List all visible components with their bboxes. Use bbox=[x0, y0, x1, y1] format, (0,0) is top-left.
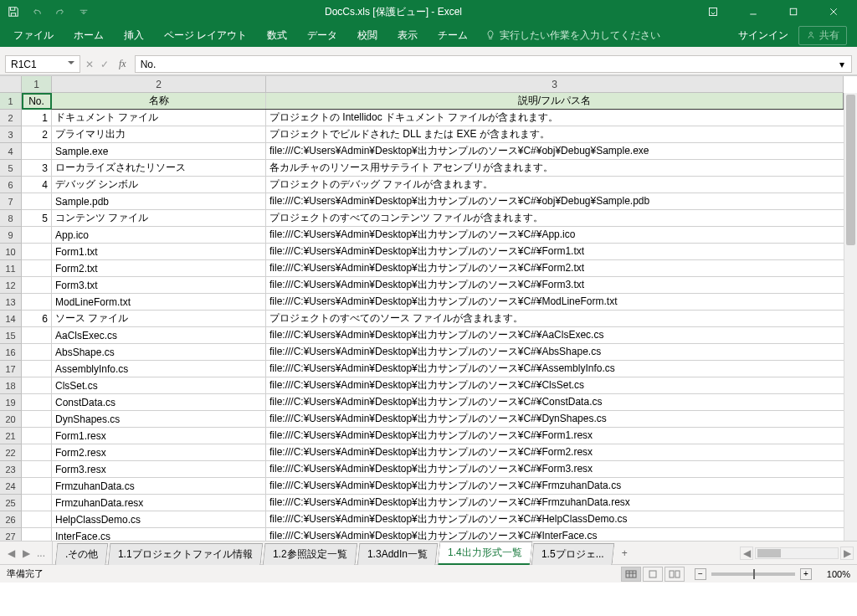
ribbon-tab[interactable]: 表示 bbox=[387, 23, 428, 47]
sheet-overflow[interactable]: ... bbox=[35, 547, 47, 559]
signin-link[interactable]: サインイン bbox=[738, 28, 788, 43]
cell[interactable] bbox=[22, 227, 52, 243]
hscroll-left-icon[interactable]: ◀ bbox=[740, 547, 753, 560]
cell[interactable] bbox=[22, 193, 52, 209]
ribbon-tab[interactable]: 挿入 bbox=[114, 23, 154, 47]
scrollbar-thumb[interactable] bbox=[846, 95, 855, 245]
row-header[interactable]: 4 bbox=[0, 143, 22, 160]
cell[interactable] bbox=[22, 461, 52, 477]
share-button[interactable]: 共有 bbox=[798, 26, 847, 45]
cell[interactable]: プロジェクトでビルドされた DLL または EXE が含まれます。 bbox=[266, 126, 844, 142]
cell[interactable]: ClsSet.cs bbox=[52, 377, 266, 393]
cell[interactable]: HelpClassDemo.cs bbox=[52, 511, 266, 527]
cell[interactable]: 2 bbox=[22, 126, 52, 142]
cell[interactable] bbox=[22, 377, 52, 393]
cell[interactable]: file:///C:¥Users¥Admin¥Desktop¥出力サンプルのソー… bbox=[266, 377, 844, 393]
cell[interactable]: 4 bbox=[22, 177, 52, 192]
cell[interactable]: file:///C:¥Users¥Admin¥Desktop¥出力サンプルのソー… bbox=[266, 294, 844, 310]
cell[interactable]: ローカライズされたリソース bbox=[52, 160, 266, 176]
sheet-nav-next-icon[interactable]: ▶ bbox=[20, 547, 32, 559]
cell[interactable] bbox=[22, 260, 52, 276]
cell[interactable]: file:///C:¥Users¥Admin¥Desktop¥出力サンプルのソー… bbox=[266, 394, 844, 410]
cell[interactable]: プロジェクトのデバッグ ファイルが含まれます。 bbox=[266, 177, 844, 192]
select-all-corner[interactable] bbox=[0, 76, 22, 93]
row-header[interactable]: 26 bbox=[0, 511, 22, 528]
cell[interactable] bbox=[22, 394, 52, 410]
row-header[interactable]: 8 bbox=[0, 210, 22, 227]
page-break-view-icon[interactable] bbox=[665, 567, 685, 582]
row-header[interactable]: 20 bbox=[0, 411, 22, 428]
cell[interactable]: プロジェクトのすべてのコンテンツ ファイルが含まれます。 bbox=[266, 210, 844, 226]
cell[interactable]: file:///C:¥Users¥Admin¥Desktop¥出力サンプルのソー… bbox=[266, 327, 844, 343]
formula-input[interactable]: No. ▾ bbox=[135, 55, 852, 73]
maximize-button[interactable] bbox=[775, 0, 812, 23]
name-box[interactable]: R1C1 bbox=[5, 55, 80, 73]
cell[interactable]: プロジェクトの Intellidoc ドキュメント ファイルが含まれます。 bbox=[266, 110, 844, 126]
cell[interactable]: 1 bbox=[22, 110, 52, 126]
qat-customize-icon[interactable] bbox=[75, 3, 92, 20]
zoom-slider[interactable] bbox=[711, 572, 795, 576]
cell[interactable] bbox=[22, 344, 52, 360]
cell[interactable]: Form2.resx bbox=[52, 444, 266, 460]
ribbon-tab[interactable]: 数式 bbox=[257, 23, 297, 47]
cell[interactable] bbox=[22, 478, 52, 494]
cell[interactable]: Form1.txt bbox=[52, 244, 266, 259]
cell[interactable]: file:///C:¥Users¥Admin¥Desktop¥出力サンプルのソー… bbox=[266, 143, 844, 159]
page-layout-view-icon[interactable] bbox=[643, 567, 663, 582]
tell-me-search[interactable]: 実行したい作業を入力してください bbox=[478, 28, 667, 43]
cell[interactable]: Form2.txt bbox=[52, 260, 266, 276]
cell[interactable]: file:///C:¥Users¥Admin¥Desktop¥出力サンプルのソー… bbox=[266, 244, 844, 259]
cell[interactable]: 3 bbox=[22, 160, 52, 176]
ribbon-tab[interactable]: 校閲 bbox=[347, 23, 387, 47]
cell[interactable]: 各カルチャのリソース用サテライト アセンブリが含まれます。 bbox=[266, 160, 844, 176]
cell[interactable]: file:///C:¥Users¥Admin¥Desktop¥出力サンプルのソー… bbox=[266, 511, 844, 527]
cell[interactable] bbox=[22, 411, 52, 427]
cell[interactable]: AbsShape.cs bbox=[52, 344, 266, 360]
cell[interactable]: DynShapes.cs bbox=[52, 411, 266, 427]
cell[interactable]: file:///C:¥Users¥Admin¥Desktop¥出力サンプルのソー… bbox=[266, 277, 844, 293]
row-header[interactable]: 7 bbox=[0, 193, 22, 210]
zoom-in-button[interactable]: + bbox=[800, 568, 812, 580]
row-header[interactable]: 23 bbox=[0, 461, 22, 478]
cell[interactable]: file:///C:¥Users¥Admin¥Desktop¥出力サンプルのソー… bbox=[266, 361, 844, 377]
ribbon-tab[interactable]: ファイル bbox=[3, 23, 64, 47]
row-header[interactable]: 21 bbox=[0, 428, 22, 444]
cell[interactable] bbox=[22, 495, 52, 511]
cell[interactable]: Form3.resx bbox=[52, 461, 266, 477]
row-header[interactable]: 22 bbox=[0, 444, 22, 461]
normal-view-icon[interactable] bbox=[621, 567, 641, 582]
sheet-tab[interactable]: 1.2参照設定一覧 bbox=[263, 543, 357, 565]
vertical-scrollbar[interactable] bbox=[844, 93, 857, 541]
row-header[interactable]: 1 bbox=[0, 93, 22, 110]
cell[interactable]: FrmzuhanData.resx bbox=[52, 495, 266, 511]
expand-formula-icon[interactable]: ▾ bbox=[836, 59, 848, 70]
cell[interactable]: file:///C:¥Users¥Admin¥Desktop¥出力サンプルのソー… bbox=[266, 444, 844, 460]
sheet-tab[interactable]: 1.5プロジェ... bbox=[531, 543, 614, 565]
cell[interactable]: ドキュメント ファイル bbox=[52, 110, 266, 126]
row-header[interactable]: 12 bbox=[0, 277, 22, 294]
cell[interactable]: プライマリ出力 bbox=[52, 126, 266, 142]
row-header[interactable]: 27 bbox=[0, 528, 22, 541]
header-cell-name[interactable]: 名称 bbox=[52, 93, 266, 109]
minimize-button[interactable] bbox=[735, 0, 772, 23]
sheet-nav-prev-icon[interactable]: ◀ bbox=[5, 547, 17, 559]
fx-icon[interactable]: fx bbox=[115, 58, 130, 70]
ribbon-tab[interactable]: ページ レイアウト bbox=[154, 23, 257, 47]
cell[interactable]: Sample.pdb bbox=[52, 193, 266, 209]
enter-formula-icon[interactable]: ✓ bbox=[100, 59, 109, 70]
sheet-tab[interactable]: 1.3AddIn一覧 bbox=[357, 543, 438, 565]
cell[interactable]: file:///C:¥Users¥Admin¥Desktop¥出力サンプルのソー… bbox=[266, 478, 844, 494]
row-header[interactable]: 19 bbox=[0, 394, 22, 411]
ribbon-options-icon[interactable] bbox=[695, 0, 731, 23]
cell[interactable]: file:///C:¥Users¥Admin¥Desktop¥出力サンプルのソー… bbox=[266, 428, 844, 444]
row-header[interactable]: 18 bbox=[0, 377, 22, 394]
cell[interactable]: プロジェクトのすべてのソース ファイルが含まれます。 bbox=[266, 311, 844, 326]
cell[interactable]: Form3.txt bbox=[52, 277, 266, 293]
close-button[interactable] bbox=[815, 0, 852, 23]
row-header[interactable]: 9 bbox=[0, 227, 22, 244]
sheet-tab[interactable]: 1.1プロジェクトファイル情報 bbox=[108, 543, 263, 565]
cell[interactable]: file:///C:¥Users¥Admin¥Desktop¥出力サンプルのソー… bbox=[266, 227, 844, 243]
cell[interactable] bbox=[22, 428, 52, 444]
cell[interactable]: コンテンツ ファイル bbox=[52, 210, 266, 226]
cell[interactable]: ソース ファイル bbox=[52, 311, 266, 326]
